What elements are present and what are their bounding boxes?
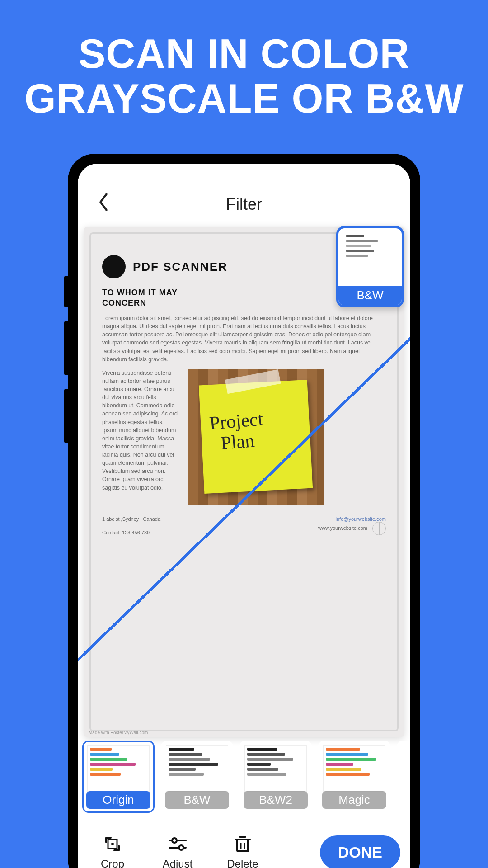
document-web-block: info@yourwebsite.com www.yourwebsite.com (318, 516, 386, 535)
document-logo-icon (102, 255, 126, 278)
document-preview-area: PDF SCANNER TO WHOM IT MAY CONCERN Lorem… (78, 222, 410, 737)
filter-option-label: Origin (86, 791, 150, 809)
filter-chip-label: B&W (338, 286, 402, 305)
filter-strip[interactable]: OriginB&WB&W2Magic (78, 737, 410, 818)
phone-side-button (64, 389, 68, 443)
document-salutation: TO WHOM IT MAY CONCERN (102, 288, 220, 308)
phone-frame: Filter PDF SCANNER TO WHOM IT MAY CONCER… (68, 154, 420, 868)
document-paragraph: Lorem ipsum dolor sit amet, consectetur … (102, 314, 386, 363)
filter-thumb (323, 745, 385, 792)
adjust-button[interactable]: Adjust (153, 834, 202, 868)
filter-chip-thumb (343, 232, 389, 286)
bottom-toolbar: Crop Adjust (78, 818, 410, 868)
document-photo: Project Plan (188, 369, 324, 505)
crop-icon (103, 834, 122, 854)
adjust-icon (168, 834, 188, 854)
filter-option-label: B&W (165, 791, 229, 809)
phone-side-button (64, 276, 68, 307)
chevron-left-icon (97, 192, 110, 212)
done-button[interactable]: DONE (320, 835, 400, 868)
document-brand: PDF SCANNER (133, 260, 228, 274)
crop-button[interactable]: Crop (88, 834, 137, 868)
page-title: Filter (78, 195, 410, 214)
filter-preview-chip[interactable]: B&W (336, 226, 404, 307)
delete-button[interactable]: Delete (218, 834, 267, 868)
document-contact: Contact: 123 456 789 (102, 530, 160, 535)
back-button[interactable] (91, 189, 116, 221)
svg-rect-6 (237, 840, 248, 851)
adjust-label: Adjust (163, 858, 193, 868)
globe-icon (372, 522, 386, 535)
app-screen: Filter PDF SCANNER TO WHOM IT MAY CONCER… (78, 164, 410, 868)
document-footer: 1 abc st ,Sydney , Canada Contact: 123 4… (102, 516, 386, 535)
sticky-text: Project Plan (209, 408, 266, 454)
filter-thumb (87, 745, 150, 792)
document-address: 1 abc st ,Sydney , Canada (102, 516, 160, 522)
topbar: Filter (78, 186, 410, 222)
document-paragraph: Viverra suspendisse potenti nullam ac to… (102, 369, 179, 499)
document-row: Viverra suspendisse potenti nullam ac to… (102, 369, 386, 505)
filter-option-magic[interactable]: Magic (318, 741, 390, 813)
promo-headlines: SCAN IN COLOR GRAYSCALE OR B&W (0, 32, 488, 121)
filter-option-label: Magic (322, 791, 386, 809)
promo-line1: SCAN IN COLOR (0, 32, 488, 76)
sticky-note: Project Plan (199, 380, 313, 494)
document-contact-block: 1 abc st ,Sydney , Canada Contact: 123 4… (102, 516, 160, 535)
promo-line2: GRAYSCALE OR B&W (0, 76, 488, 121)
filter-thumb (244, 745, 307, 792)
svg-point-5 (179, 845, 183, 850)
document-website: www.yourwebsite.com (318, 522, 386, 535)
filter-option-label: B&W2 (244, 791, 308, 809)
phone-side-button (64, 321, 68, 375)
document-made-with: Made with PosterMyWall.com (89, 730, 148, 735)
trash-icon (233, 834, 253, 854)
document-email: info@yourwebsite.com (318, 516, 386, 522)
svg-point-1 (111, 843, 114, 845)
filter-option-b&w2[interactable]: B&W2 (239, 741, 312, 813)
svg-point-3 (172, 838, 177, 843)
filter-option-more[interactable] (397, 741, 410, 813)
crop-label: Crop (101, 858, 124, 868)
delete-label: Delete (227, 858, 258, 868)
filter-thumb (166, 745, 228, 792)
filter-option-origin[interactable]: Origin (82, 741, 155, 813)
filter-option-b&w[interactable]: B&W (161, 741, 233, 813)
